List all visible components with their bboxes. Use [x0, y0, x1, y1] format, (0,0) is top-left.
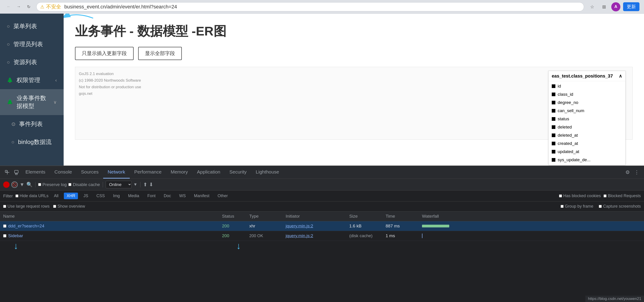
filter-other-button[interactable]: Other [215, 193, 231, 199]
filter-ws-button[interactable]: WS [176, 193, 188, 199]
field-icon [552, 142, 556, 145]
hide-data-urls-checkbox[interactable]: Hide data URLs [16, 193, 48, 198]
gojs-watermark: GoJS 2.1 evaluation (c) 1998-2020 Northw… [79, 71, 141, 97]
chevron-left-icon: ‹ [55, 78, 57, 83]
devtools-panel: Elements Console Sources Network Perform… [0, 166, 644, 302]
name-cell-2: Sidebar [3, 233, 222, 238]
filter-img-button[interactable]: Img [110, 193, 122, 199]
sidebar-item-binlog[interactable]: ○ binlog数据流 [0, 133, 64, 151]
update-button[interactable]: 更新 [623, 2, 640, 11]
filter-xhr-button[interactable]: XHR [64, 193, 78, 199]
filter-manifest-button[interactable]: Manifest [191, 193, 212, 199]
record-button[interactable] [3, 181, 10, 188]
svg-rect-4 [14, 170, 18, 173]
er-field-updated-at: updated_at [548, 148, 625, 156]
sidebar-item-menu-list[interactable]: ○ 菜单列表 [0, 17, 64, 35]
insert-fields-button[interactable]: 只显示插入更新字段 [75, 47, 134, 60]
field-icon [552, 117, 556, 121]
status-bar: https://blog.csdn.net/youwen21 [585, 296, 644, 302]
waterfall-bar-1 [422, 225, 449, 227]
tab-network[interactable]: Network [103, 166, 130, 178]
type-2: 200 OK [249, 233, 286, 238]
sidebar-item-label: binlog数据流 [18, 138, 51, 146]
capture-screenshots-checkbox[interactable]: Capture screenshots [599, 204, 641, 209]
network-table-header: Name Status Type Initiator Size Time Wat… [0, 211, 644, 221]
preserve-log-checkbox[interactable]: Preserve log [38, 182, 67, 187]
device-toolbar-button[interactable] [12, 168, 21, 177]
back-button[interactable]: ← [4, 3, 13, 11]
initiator-1[interactable]: jquery.min.js:2 [286, 223, 349, 228]
er-table-fields: id class_id degree_no can_sell_num [548, 81, 625, 165]
sidebar-item-label: 业务事件数据模型 [16, 94, 50, 110]
tree-icon: 🌲 [7, 77, 13, 83]
clear-button[interactable]: 🚫 [11, 181, 18, 188]
radio-icon: ⊙ [11, 121, 16, 127]
group-by-frame-checkbox[interactable]: Group by frame [560, 204, 593, 209]
field-icon [552, 134, 556, 137]
tab-memory[interactable]: Memory [166, 166, 192, 178]
sidebar: ○ 菜单列表 ○ 管理员列表 ○ 资源列表 🌲 权限管理 ‹ 🌲 业务事件数据模… [0, 14, 64, 166]
devtools-more-button[interactable]: ⋮ [632, 168, 641, 177]
blocked-requests-checkbox[interactable]: Blocked Requests [604, 193, 641, 198]
sidebar-item-admin-list[interactable]: ○ 管理员列表 [0, 35, 64, 53]
large-rows-checkbox[interactable]: Use large request rows [3, 204, 50, 209]
has-blocked-cookies-checkbox[interactable]: Has blocked cookies [559, 193, 601, 198]
upload-icon[interactable]: ⬆ [143, 182, 147, 188]
filter-font-button[interactable]: Font [144, 193, 158, 199]
sidebar-item-resource-list[interactable]: ○ 资源列表 [0, 53, 64, 71]
tab-application[interactable]: Application [192, 166, 225, 178]
tab-lighthouse[interactable]: Lighthouse [251, 166, 284, 178]
reload-button[interactable]: ↻ [24, 3, 33, 11]
tab-elements[interactable]: Elements [21, 166, 50, 178]
content-area: 业务事件 - 数据模型 -ER图 只显示插入更新字段 显示全部字段 GoJS 2… [64, 14, 644, 166]
tab-performance[interactable]: Performance [130, 166, 166, 178]
row-checkbox-1[interactable] [3, 224, 6, 228]
disable-cache-checkbox[interactable]: Disable cache [68, 182, 100, 187]
bookmark-button[interactable]: ☆ [588, 2, 597, 11]
sidebar-item-event-model[interactable]: 🌲 业务事件数据模型 ∨ [0, 89, 64, 115]
down-arrow-left: ↓ [14, 241, 18, 251]
field-icon [552, 84, 556, 88]
size-2: (disk cache) [349, 233, 386, 238]
search-button[interactable]: 🔍 [26, 182, 32, 188]
filter-css-button[interactable]: CSS [94, 193, 108, 199]
sidebar-item-event-list[interactable]: ⊙ 事件列表 [0, 115, 64, 133]
arrow-annotations: ↓ ↓ [0, 241, 644, 254]
network-row-1[interactable]: ddd_er?search=24 200 xhr jquery.min.js:2… [0, 221, 644, 231]
sidebar-item-label: 资源列表 [14, 58, 37, 66]
address-bar[interactable]: ⚠ 不安全 business_event.cn/admin/event/er.h… [36, 2, 584, 11]
download-icon[interactable]: ⬇ [149, 182, 153, 188]
profile-button[interactable]: A [611, 2, 620, 11]
filter-media-button[interactable]: Media [125, 193, 142, 199]
tab-sources[interactable]: Sources [76, 166, 103, 178]
er-field-can-sell-num: can_sell_num [548, 107, 625, 115]
tab-security[interactable]: Security [225, 166, 251, 178]
col-name: Name [3, 214, 222, 219]
sidebar-item-label: 权限管理 [16, 76, 40, 84]
initiator-2[interactable]: jquery.min.js:2 [286, 233, 349, 238]
filter-js-button[interactable]: JS [81, 193, 91, 199]
tab-console[interactable]: Console [50, 166, 76, 178]
inspect-element-button[interactable] [3, 168, 12, 177]
toolbar-divider-2 [103, 182, 103, 187]
network-row-2[interactable]: Sidebar 200 200 OK jquery.min.js:2 (disk… [0, 231, 644, 241]
device-icon [14, 170, 19, 175]
circle-icon: ○ [7, 41, 10, 47]
filter-doc-button[interactable]: Doc [161, 193, 174, 199]
col-time: Time [386, 214, 422, 219]
extensions-button[interactable]: ⊞ [600, 2, 608, 11]
throttle-select[interactable]: Online Offline Slow 3G Fast 3G [106, 181, 132, 188]
er-field-deleted-at: deleted_at [548, 131, 625, 139]
collapse-icon[interactable]: ∧ [619, 73, 622, 79]
filter-icon[interactable]: ▼ [20, 182, 24, 188]
devtools-settings-button[interactable]: ⚙ [623, 168, 632, 177]
devtools-tabs: Elements Console Sources Network Perform… [0, 166, 644, 179]
all-fields-button[interactable]: 显示全部字段 [138, 47, 182, 60]
sidebar-item-permission[interactable]: 🌲 权限管理 ‹ [0, 71, 64, 89]
insecure-icon: ⚠ [40, 4, 44, 10]
forward-button[interactable]: → [14, 3, 23, 11]
show-overview-checkbox[interactable]: Show overview [53, 204, 85, 209]
row-checkbox-2[interactable] [3, 234, 6, 237]
filter-all-button[interactable]: All [51, 193, 61, 199]
waterfall-1 [422, 224, 641, 228]
